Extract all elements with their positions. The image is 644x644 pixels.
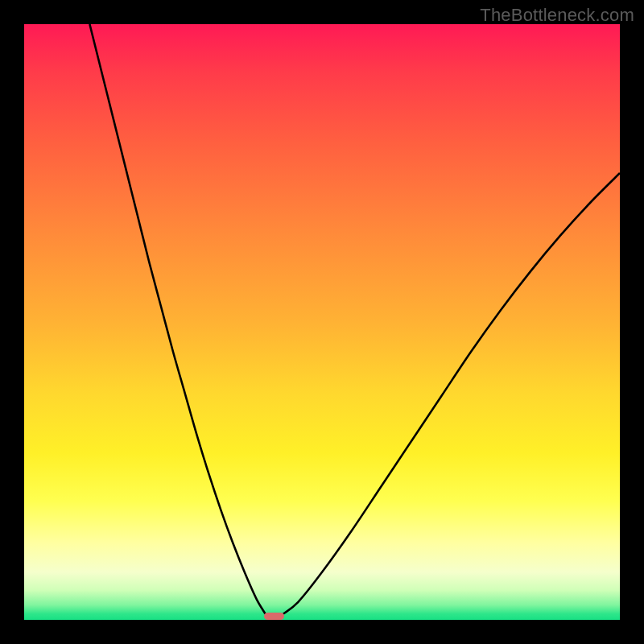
optimal-marker: [264, 613, 284, 620]
plot-area: [24, 24, 620, 620]
chart-frame: TheBottleneck.com: [0, 0, 644, 644]
curve-layer: [24, 24, 620, 620]
attribution-label: TheBottleneck.com: [480, 5, 634, 26]
right-curve: [283, 173, 620, 614]
left-curve: [89, 24, 265, 614]
